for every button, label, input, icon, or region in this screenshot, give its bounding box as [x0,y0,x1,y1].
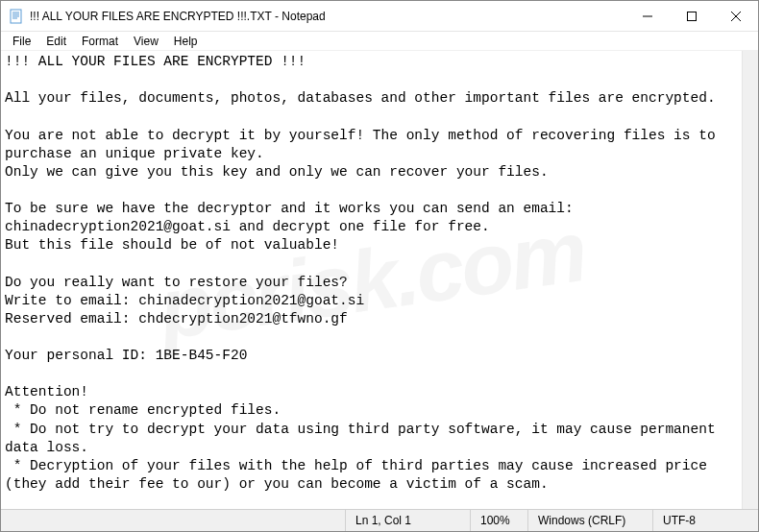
titlebar[interactable]: !!! ALL YOUR FILES ARE ENCRYPTED !!!.TXT… [1,1,758,32]
status-eol: Windows (CRLF) [527,510,652,531]
status-position: Ln 1, Col 1 [345,510,470,531]
maximize-button[interactable] [670,1,714,31]
menu-view[interactable]: View [126,34,166,49]
document-text: !!! ALL YOUR FILES ARE ENCRYPTED !!! All… [5,54,723,492]
menubar: File Edit Format View Help [1,32,758,51]
notepad-icon [9,9,24,24]
status-zoom: 100% [470,510,527,531]
window-controls [625,1,758,31]
notepad-window: !!! ALL YOUR FILES ARE ENCRYPTED !!!.TXT… [0,0,759,532]
menu-edit[interactable]: Edit [38,34,74,49]
text-area[interactable]: pcrisk.com!!! ALL YOUR FILES ARE ENCRYPT… [1,51,742,509]
svg-rect-6 [688,12,697,20]
close-button[interactable] [714,1,758,31]
menu-file[interactable]: File [5,34,38,49]
minimize-button[interactable] [625,1,670,31]
menu-help[interactable]: Help [166,34,206,49]
window-title: !!! ALL YOUR FILES ARE ENCRYPTED !!!.TXT… [30,10,625,23]
vertical-scrollbar[interactable] [742,51,758,509]
statusbar: Ln 1, Col 1 100% Windows (CRLF) UTF-8 [1,509,758,531]
status-encoding: UTF-8 [652,510,758,531]
menu-format[interactable]: Format [74,34,126,49]
